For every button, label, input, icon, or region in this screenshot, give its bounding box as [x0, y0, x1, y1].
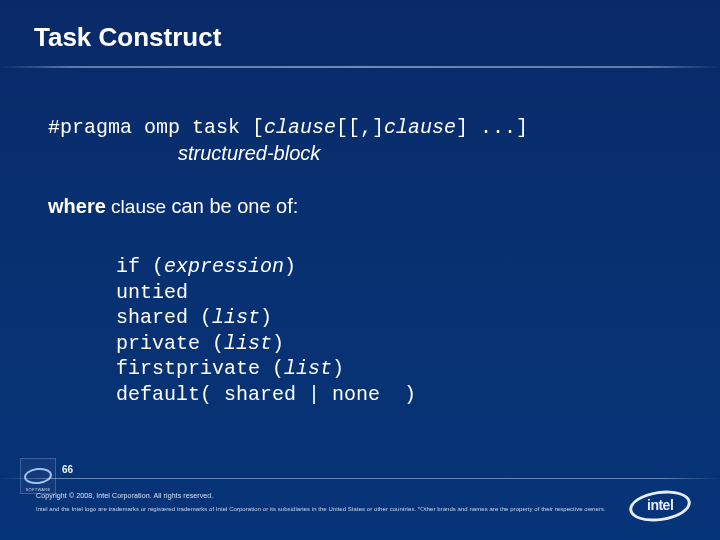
clause-list: if (expression) untied shared (list) pri…: [116, 254, 680, 408]
structured-block: structured-block: [178, 142, 680, 165]
clause-untied: untied: [116, 281, 188, 304]
pragma-prefix: #pragma omp task [: [48, 116, 264, 139]
intel-logo-text: intel: [647, 497, 673, 513]
clause-private-a: private (: [116, 332, 224, 355]
slide-content: #pragma omp task [clause[[,]clause] ...]…: [48, 115, 680, 408]
pragma-suffix: ] ...]: [456, 116, 528, 139]
clause-shared-a: shared (: [116, 306, 212, 329]
pragma-mid: [[,]: [336, 116, 384, 139]
footer-divider: [0, 478, 720, 479]
clause-firstprivate-a: firstprivate (: [116, 357, 284, 380]
slide-number: 66: [62, 464, 73, 475]
clause-firstprivate-c: ): [332, 357, 344, 380]
copyright-text: Copyright © 2008, Intel Corporation. All…: [36, 492, 213, 499]
slide: Task Construct #pragma omp task [clause[…: [0, 0, 720, 540]
clause-private-c: ): [272, 332, 284, 355]
pragma-line: #pragma omp task [clause[[,]clause] ...]: [48, 115, 680, 140]
clause-if-c: ): [284, 255, 296, 278]
slide-title: Task Construct: [34, 22, 221, 53]
pragma-clause-2: clause: [384, 116, 456, 139]
clause-default: default( shared | none ): [116, 383, 416, 406]
where-rest: can be one of:: [166, 195, 298, 217]
where-clause-word: clause: [106, 196, 166, 217]
clause-firstprivate-b: list: [284, 357, 332, 380]
where-line: where clause can be one of:: [48, 195, 680, 218]
intel-logo-oval-icon: intel: [627, 487, 693, 525]
clause-shared-c: ): [260, 306, 272, 329]
slide-footer: 66 Copyright © 2008, Intel Corporation. …: [0, 478, 720, 540]
clause-if-a: if (: [116, 255, 164, 278]
trademark-text: Intel and the Intel logo are trademarks …: [36, 506, 630, 512]
clause-if-b: expression: [164, 255, 284, 278]
clause-shared-b: list: [212, 306, 260, 329]
intel-logo: intel: [626, 488, 694, 524]
pragma-clause-1: clause: [264, 116, 336, 139]
where-bold: where: [48, 195, 106, 217]
clause-private-b: list: [224, 332, 272, 355]
